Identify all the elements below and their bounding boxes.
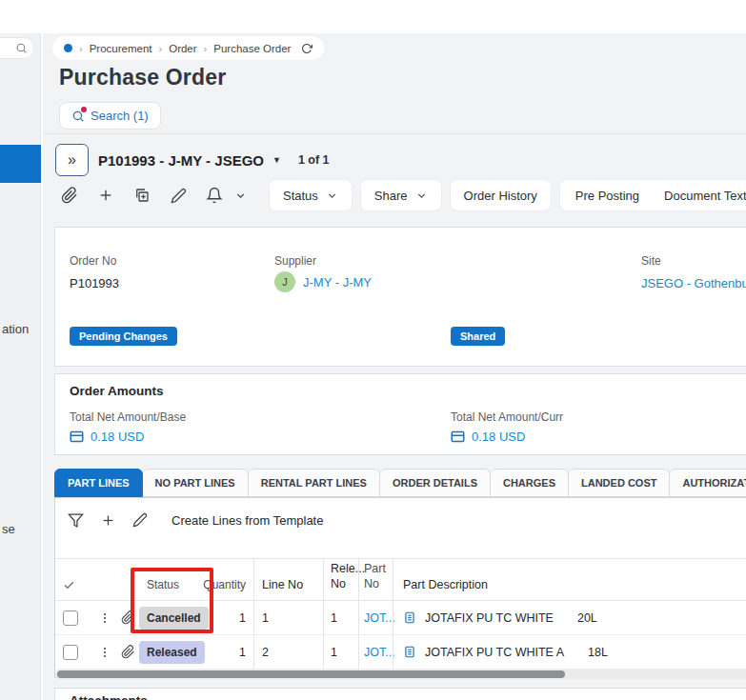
chevron-right-icon: › [204,43,208,54]
command-group: Pre Posting Document Text [559,179,746,211]
total-net-curr-value[interactable]: 0.18 USD [472,430,525,444]
record-selector-row: » P101993 - J-MY - JSEGO ▼ 1 of 1 [55,144,330,176]
row-attachment-icon[interactable] [116,635,139,669]
col-header-part-line1: Part [364,561,386,576]
breadcrumb-item-purchase-order[interactable]: Purchase Order [213,43,291,54]
select-all-check-icon[interactable] [55,559,93,600]
total-net-base-value[interactable]: 0.18 USD [91,430,144,444]
breadcrumb-item-procurement[interactable]: Procurement [90,43,152,54]
status-dropdown-label: Status [283,189,318,203]
tab-charges[interactable]: CHARGES [491,469,569,497]
tab-bar: PART LINES NO PART LINES RENTAL PART LIN… [54,469,746,497]
sidebar-item-partial-2[interactable]: se [2,522,15,536]
edit-lines-icon[interactable] [126,506,154,534]
attachment-icon[interactable] [55,181,84,210]
row-menu-kebab-icon[interactable] [93,601,116,634]
attachments-card: Attachments [54,688,746,700]
edit-icon[interactable] [164,181,192,210]
order-amounts-card: Order Amounts Total Net Amount/Base 0.18… [54,373,746,455]
table-header-row: Status Quantity Line No Rele... No Part … [55,558,746,601]
chevron-right-icon: › [159,43,163,54]
create-lines-from-template-button[interactable]: Create Lines from Template [171,513,323,528]
col-header-part-no[interactable]: Part No [358,559,393,600]
document-text-button[interactable]: Document Text [664,189,746,203]
col-header-release-no[interactable]: Rele... No [323,559,358,600]
site-link[interactable]: JSEGO - Gothenburg [641,276,746,290]
status-dropdown-button[interactable]: Status [269,179,353,211]
col-header-quantity[interactable]: Quantity [203,578,246,591]
tab-rental-part-lines[interactable]: RENTAL PART LINES [249,469,380,497]
part-document-icon[interactable] [403,645,416,659]
add-icon[interactable] [91,181,120,210]
supplier-label: Supplier [274,254,316,268]
breadcrumb: › Procurement › Order › Purchase Order [52,36,324,60]
bell-chevron-down-icon[interactable] [231,181,250,210]
amount-icon [451,430,465,443]
row-checkbox[interactable] [63,610,78,626]
row-checkbox[interactable] [63,645,78,660]
filter-icon[interactable] [61,506,90,534]
tab-no-part-lines[interactable]: NO PART LINES [143,469,249,497]
record-title-label: P101993 - J-MY - JSEGO [98,152,264,169]
app-dot-icon [64,44,72,52]
sidebar-item-partial-1[interactable]: ation [2,322,29,336]
share-dropdown-label: Share [374,189,408,203]
col-header-part-description[interactable]: Part Description [393,559,746,600]
order-history-button[interactable]: Order History [450,179,552,211]
tab-landed-cost[interactable]: LANDED COST [569,469,670,497]
breadcrumb-item-order[interactable]: Order [169,43,196,54]
order-history-label: Order History [464,189,537,203]
site-label: Site [641,254,661,268]
command-bar: Status Share Order History Pre Posting D… [55,179,746,211]
duplicate-icon[interactable] [128,181,156,210]
notification-bell-icon[interactable] [200,181,229,210]
tab-part-lines[interactable]: PART LINES [54,469,143,497]
status-badge: Released [139,641,205,664]
cell-release-no: 1 [323,601,358,634]
horizontal-scrollbar-track[interactable] [55,670,746,679]
table-row: Cancelled 1 1 1 JOT... JOTAFIX PU TC WHI… [55,601,746,635]
sidebar-item-selected[interactable] [0,145,41,183]
header-divider [43,133,746,134]
total-net-base-label: Total Net Amount/Base [70,410,186,424]
shared-badge: Shared [451,327,505,346]
cell-part-size: 18L [588,646,608,659]
table-toolbar: Create Lines from Template [61,506,323,534]
chevron-right-icon: › [79,43,83,54]
order-no-value: P101993 [70,276,119,290]
record-title-dropdown[interactable]: P101993 - J-MY - JSEGO ▼ [98,152,281,169]
cell-release-no: 1 [323,635,358,669]
add-line-icon[interactable] [93,506,122,534]
col-header-status[interactable]: Status [147,578,179,591]
expand-panel-button[interactable]: » [55,144,89,176]
refresh-icon[interactable] [301,43,313,54]
search-icon [71,110,85,123]
cell-quantity: 1 [213,635,253,669]
cell-line-no: 1 [253,601,323,634]
header-spacer [93,559,116,600]
col-header-part-line2: No [364,576,379,591]
pre-posting-button[interactable]: Pre Posting [575,189,639,203]
amount-icon [70,430,84,443]
tab-authorization[interactable]: AUTHORIZATION [670,469,746,497]
part-no-link[interactable]: JOT... [364,611,395,625]
col-header-line-no[interactable]: Line No [253,559,323,600]
search-button[interactable]: Search (1) [59,102,161,130]
header-spacer [116,559,139,600]
row-attachment-icon[interactable] [116,601,139,634]
record-count: 1 of 1 [298,153,330,167]
share-dropdown-button[interactable]: Share [360,179,442,211]
supplier-link[interactable]: J-MY - J-MY [303,275,372,290]
part-no-link[interactable]: JOT... [364,646,395,659]
part-document-icon[interactable] [403,610,416,625]
cell-part-description: JOTAFIX PU TC WHITE [425,611,554,625]
chevron-down-icon [326,190,338,202]
horizontal-scrollbar-thumb[interactable] [57,670,565,678]
search-filter-dot-icon [81,107,87,112]
row-menu-kebab-icon[interactable] [93,635,116,669]
table-row: Released 1 2 1 JOT... JOTAFIX PU TC WHIT… [55,635,746,670]
order-header-card: Order No P101993 Supplier J J-MY - J-MY … [54,227,746,367]
order-amounts-title: Order Amounts [70,384,164,398]
tab-order-details[interactable]: ORDER DETAILS [380,469,491,497]
sidebar-search-input[interactable] [0,37,34,59]
